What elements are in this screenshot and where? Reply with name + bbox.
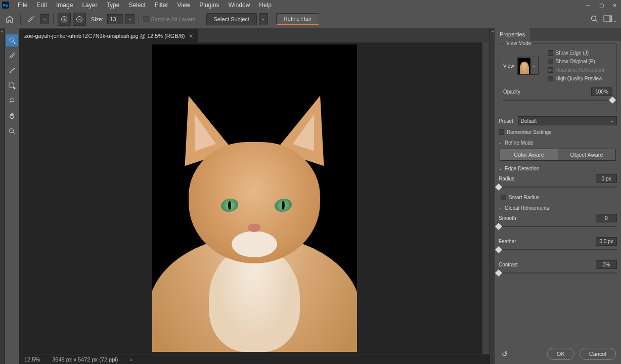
- radius-slider[interactable]: [499, 185, 617, 190]
- contrast-input[interactable]: [596, 260, 617, 269]
- hq-preview-checkbox[interactable]: [548, 76, 553, 81]
- feather-slider[interactable]: [499, 247, 617, 252]
- brush-preset-dropdown[interactable]: ⌄: [40, 14, 49, 24]
- reset-button[interactable]: ↺: [502, 350, 508, 358]
- hand-icon: [8, 112, 16, 120]
- refine-hair-button[interactable]: Refine Hair: [276, 13, 319, 25]
- smart-radius-label: Smart Radius: [509, 195, 540, 200]
- vertical-scrollbar[interactable]: [482, 42, 490, 354]
- select-subject-dropdown[interactable]: ⌄: [259, 13, 268, 25]
- refine-brush-icon: [8, 52, 16, 60]
- feather-input[interactable]: [596, 237, 617, 246]
- zoom-icon: [8, 127, 16, 135]
- sample-all-layers-checkbox[interactable]: [143, 16, 149, 22]
- tool-object-selection[interactable]: [6, 80, 18, 92]
- object-aware-button[interactable]: Object Aware: [558, 149, 615, 160]
- realtime-refinement-checkbox: [548, 67, 553, 73]
- svg-rect-4: [609, 16, 612, 22]
- tool-refine-edge-brush[interactable]: [6, 50, 18, 62]
- menu-help[interactable]: Help: [254, 1, 276, 10]
- brush-tool-icon: [8, 67, 16, 75]
- menu-view[interactable]: View: [172, 1, 195, 10]
- status-arrow-icon[interactable]: ›: [130, 356, 132, 362]
- show-edge-label: Show Edge (J): [556, 50, 589, 56]
- radius-input[interactable]: [596, 174, 617, 183]
- smooth-input[interactable]: [596, 214, 617, 222]
- home-icon: [6, 15, 14, 23]
- tool-lasso[interactable]: [6, 95, 18, 107]
- edge-detection-header[interactable]: ⌄Edge Detection: [499, 166, 617, 171]
- properties-panel: Properties View Mode View ⌄ Show Edge (J…: [495, 28, 621, 364]
- preset-value: Default: [521, 118, 537, 124]
- tool-quick-selection[interactable]: [6, 34, 18, 47]
- document-tab-bar: zoe-gayah-jonker-uhnbTZC7N9k-unsplash.jp…: [19, 28, 490, 42]
- window-maximize[interactable]: ▢: [595, 0, 608, 10]
- color-aware-button[interactable]: Color Aware: [500, 149, 558, 160]
- lasso-icon: [8, 97, 16, 105]
- ok-button[interactable]: OK: [547, 348, 574, 360]
- show-edge-checkbox[interactable]: [548, 50, 553, 56]
- home-button[interactable]: [3, 13, 16, 26]
- opacity-label: Opacity: [503, 89, 520, 95]
- menu-edit[interactable]: Edit: [32, 1, 52, 10]
- canvas[interactable]: [19, 42, 490, 354]
- refine-mode-header[interactable]: ⌄Refine Mode: [499, 140, 617, 146]
- svg-point-5: [10, 38, 14, 42]
- expand-right-panels[interactable]: «: [490, 28, 495, 364]
- chevron-down-icon: ⌄: [610, 119, 614, 123]
- radius-label: Radius: [499, 176, 514, 181]
- brush-icon: [27, 15, 36, 24]
- brush-size-input[interactable]: [107, 14, 123, 24]
- select-subject-button[interactable]: Select Subject: [206, 13, 257, 25]
- preset-label: Preset:: [499, 118, 515, 124]
- svg-point-7: [10, 129, 14, 133]
- menu-plugins[interactable]: Plugins: [195, 1, 224, 10]
- document-tab[interactable]: zoe-gayah-jonker-uhnbTZC7N9k-unsplash.jp…: [19, 29, 198, 42]
- menu-bar: Ps File Edit Image Layer Type Select Fil…: [0, 0, 621, 10]
- view-label: View: [503, 63, 514, 69]
- menu-file[interactable]: File: [13, 1, 32, 10]
- tool-zoom[interactable]: [6, 125, 18, 138]
- global-refinements-header[interactable]: ⌄Global Refinements: [499, 205, 617, 211]
- menu-filter[interactable]: Filter: [150, 1, 173, 10]
- brush-preset-icon[interactable]: [25, 13, 38, 26]
- image-content: [161, 94, 348, 352]
- subtract-icon: [76, 16, 83, 23]
- window-close[interactable]: ✕: [608, 0, 621, 10]
- brush-size-dropdown[interactable]: ⌄: [125, 14, 135, 24]
- status-zoom[interactable]: 12.5%: [24, 356, 40, 362]
- subtract-mode-button[interactable]: [73, 13, 86, 26]
- expand-left-panels[interactable]: »: [0, 28, 5, 364]
- contrast-slider[interactable]: [499, 270, 617, 276]
- opacity-input[interactable]: [591, 87, 612, 96]
- workspace-icon[interactable]: ⌄: [603, 15, 617, 23]
- menu-select[interactable]: Select: [124, 1, 150, 10]
- smart-radius-checkbox[interactable]: [501, 195, 506, 200]
- app-logo: Ps: [2, 2, 9, 9]
- remember-settings-checkbox[interactable]: [499, 129, 504, 135]
- properties-tab[interactable]: Properties: [495, 28, 530, 40]
- tool-brush[interactable]: [6, 65, 18, 77]
- menu-type[interactable]: Type: [102, 1, 124, 10]
- search-icon[interactable]: [590, 15, 598, 24]
- window-minimize[interactable]: ─: [582, 0, 595, 10]
- object-select-icon: [8, 82, 16, 90]
- menu-window[interactable]: Window: [224, 1, 255, 10]
- view-mode-legend: View Mode: [504, 40, 533, 46]
- opacity-slider[interactable]: [503, 98, 612, 103]
- close-document-icon[interactable]: ×: [189, 32, 193, 40]
- tool-hand[interactable]: [6, 110, 18, 122]
- cancel-button[interactable]: Cancel: [580, 348, 616, 360]
- status-bar: 12.5% 3648 px x 5472 px (72 ppi) ›: [19, 354, 490, 364]
- add-mode-button[interactable]: [58, 13, 71, 26]
- document-title: zoe-gayah-jonker-uhnbTZC7N9k-unsplash.jp…: [24, 33, 185, 39]
- menu-layer[interactable]: Layer: [77, 1, 102, 10]
- show-original-checkbox[interactable]: [548, 59, 553, 64]
- view-mode-picker[interactable]: ⌄: [517, 57, 539, 75]
- smooth-slider[interactable]: [499, 224, 617, 229]
- quick-selection-icon: [8, 36, 16, 44]
- contrast-label: Contrast: [499, 262, 518, 267]
- realtime-refinement-label: Real-time Refinement: [556, 67, 605, 73]
- preset-dropdown[interactable]: Default ⌄: [518, 116, 617, 125]
- menu-image[interactable]: Image: [52, 1, 77, 10]
